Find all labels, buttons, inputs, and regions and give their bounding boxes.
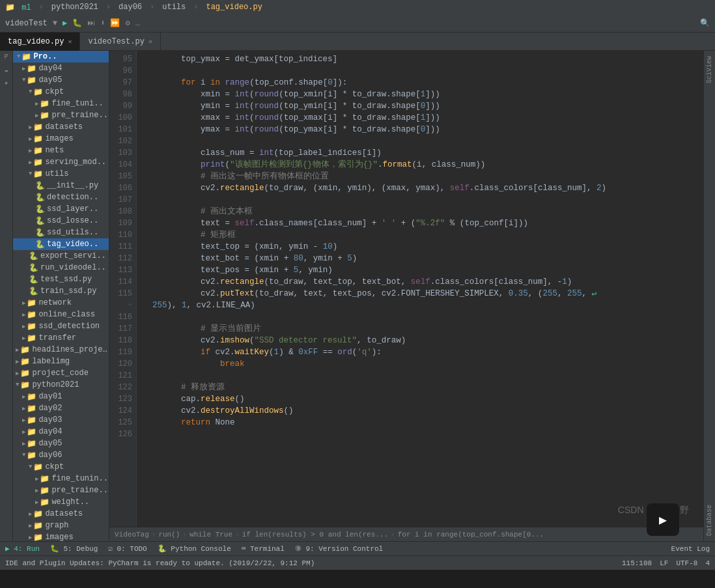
breadcrumb-if[interactable]: if len(results) > 0 and len(res... xyxy=(242,531,388,539)
tree-py2021-day05[interactable]: ▶ 📁 day05 xyxy=(13,438,109,449)
toolbar-event-log[interactable]: Event Log xyxy=(671,545,710,553)
tree-py2021-day06[interactable]: ▼ 📁 day06 xyxy=(13,449,109,461)
play-button[interactable] xyxy=(647,503,679,536)
tree-py2021-pre[interactable]: ▶ 📁 pre_traine.. xyxy=(13,484,109,496)
breadcrumb-for[interactable]: for i in range(top_conf.shape[0... xyxy=(398,531,544,539)
tab-videotest[interactable]: videoTest.py ✕ xyxy=(80,33,160,51)
right-panels: SciView Database xyxy=(703,51,715,541)
code-breadcrumb: VideoTag › run() › while True › if len(r… xyxy=(109,527,703,541)
file-tree: ▼ 📁 Pro.. ▶ 📁 day04 ▼ 📁 day05 ▼ 📁 ckpt xyxy=(13,51,109,541)
toolbar-run[interactable]: ▶ 4: Run xyxy=(5,544,40,553)
tree-online-class[interactable]: ▶ 📁 online_class xyxy=(13,309,109,320)
settings-button[interactable]: ⚙ xyxy=(125,18,130,28)
tree-python2021[interactable]: ▼ 📁 python2021 xyxy=(13,379,109,391)
tab-videotest-label: videoTest.py xyxy=(88,37,144,46)
code-area: 95 96 97 98 99 100 101 102 103 104 105 1… xyxy=(109,51,703,541)
toolbar-terminal[interactable]: ⌨ Terminal xyxy=(242,544,285,553)
panel-sciview[interactable]: SciView xyxy=(704,51,715,89)
run-bar: videoTest ▼ ▶ 🐛 ⏭ ⬇ ⏩ ⚙ … 🔍 xyxy=(0,14,715,33)
menu-item-python2021[interactable]: python2021 xyxy=(51,3,98,12)
tool-bar: ▶ 4: Run 🐛 5: Debug ☑ 0: TODO 🐍 Python C… xyxy=(0,541,715,555)
tree-export-servi[interactable]: 🐍 export_servi.. xyxy=(13,250,109,262)
tree-ssd-layers[interactable]: 🐍 ssd_layer.. xyxy=(13,203,109,215)
tree-test-ssd[interactable]: 🐍 test_ssd.py xyxy=(13,273,109,285)
tree-py2021-ckpt[interactable]: ▼ 📁 ckpt xyxy=(13,461,109,473)
run-dropdown-icon[interactable]: ▼ xyxy=(53,19,57,28)
tree-detection[interactable]: 🐍 detection.. xyxy=(13,191,109,203)
tab-videotest-close[interactable]: ✕ xyxy=(148,38,152,46)
commit-icon[interactable]: ☁ xyxy=(4,66,8,74)
tree-py2021-images[interactable]: ▶ 📁 images xyxy=(13,531,109,541)
breadcrumb-run[interactable]: run() xyxy=(158,531,180,539)
tree-tag-video[interactable]: 🐍 tag_video.. xyxy=(13,238,109,250)
tree-init-py[interactable]: 🐍 __init__.py xyxy=(13,180,109,191)
tree-nets[interactable]: ▶ 📁 nets xyxy=(13,145,109,156)
status-bar: IDE and Plugin Updates: PyCharm is ready… xyxy=(0,555,715,570)
tab-tag-video-close[interactable]: ✕ xyxy=(68,38,72,46)
tree-day05[interactable]: ▼ 📁 day05 xyxy=(13,74,109,86)
resume-button[interactable]: ⏩ xyxy=(110,18,120,28)
tree-py2021-day02[interactable]: ▶ 📁 day02 xyxy=(13,402,109,414)
tree-py2021-graph[interactable]: ▶ 📁 graph xyxy=(13,520,109,531)
tree-utils[interactable]: ▼ 📁 utils xyxy=(13,168,109,180)
code-content[interactable]: top_ymax = det_ymax[top_indices] for i i… xyxy=(137,51,703,527)
tree-ssd-utils[interactable]: 🐍 ssd_utils.. xyxy=(13,227,109,238)
step-into-button[interactable]: ⬇ xyxy=(100,18,105,28)
tree-serving-mod[interactable]: ▶ 📁 serving_mod.. xyxy=(13,156,109,168)
toolbar-python-console[interactable]: 🐍 Python Console xyxy=(158,544,231,553)
status-lf: LF xyxy=(660,559,668,567)
code-scroll[interactable]: 95 96 97 98 99 100 101 102 103 104 105 1… xyxy=(109,51,703,527)
toolbar-version-control[interactable]: ⑨ 9: Version Control xyxy=(295,544,383,553)
tree-py2021-datasets[interactable]: ▶ 📁 datasets xyxy=(13,508,109,520)
run-button[interactable]: ▶ xyxy=(63,18,67,28)
tree-images[interactable]: ▶ 📁 images xyxy=(13,133,109,145)
tree-day04[interactable]: ▶ 📁 day04 xyxy=(13,63,109,74)
menu-bar: 📁 ml › python2021 › day06 › utils › tag_… xyxy=(0,0,715,14)
menu-item-utils[interactable]: utils xyxy=(162,3,186,12)
tree-run-videodel[interactable]: 🐍 run_videodel.. xyxy=(13,262,109,273)
tree-py2021-fine[interactable]: ▶ 📁 fine_tunin.. xyxy=(13,473,109,484)
step-over-button[interactable]: ⏭ xyxy=(87,18,95,28)
tree-network[interactable]: ▶ 📁 network xyxy=(13,297,109,309)
tree-py2021-weight[interactable]: ▶ 📁 weight.. xyxy=(13,496,109,508)
debug-button[interactable]: 🐛 xyxy=(72,18,82,28)
main-layout: P ☁ ★ ▼ 📁 Pro.. ▶ 📁 day04 ▼ 📁 day05 xyxy=(0,51,715,541)
tree-pre-traine[interactable]: ▶ 📁 pre_traine.. xyxy=(13,109,109,121)
tree-headlines-project[interactable]: ▶ 📁 headlines_project xyxy=(13,344,109,356)
tab-bar: tag_video.py ✕ videoTest.py ✕ xyxy=(0,33,715,51)
tree-fine-tuni[interactable]: ▶ 📁 fine_tuni.. xyxy=(13,98,109,109)
menu-sep4: › xyxy=(193,3,198,12)
menu-sep2: › xyxy=(106,3,111,12)
tree-py2021-day04[interactable]: ▶ 📁 day04 xyxy=(13,426,109,438)
tree-ssd-detection[interactable]: ▶ 📁 ssd_detection xyxy=(13,320,109,332)
run-config-label: videoTest xyxy=(5,19,48,28)
toolbar-debug[interactable]: 🐛 5: Debug xyxy=(50,544,98,553)
tree-transfer[interactable]: ▶ 📁 transfer xyxy=(13,332,109,344)
side-icons: P ☁ ★ xyxy=(0,51,13,541)
tree-datasets[interactable]: ▶ 📁 datasets xyxy=(13,121,109,133)
tree-root[interactable]: ▼ 📁 Pro.. xyxy=(13,51,109,63)
toolbar-todo[interactable]: ☑ 0: TODO xyxy=(108,544,147,553)
menu-sep3: › xyxy=(150,3,154,12)
tree-train-ssd[interactable]: 🐍 train_ssd.py xyxy=(13,285,109,297)
status-position: 115:108 xyxy=(622,559,652,567)
menu-item-ml[interactable]: 📁 ml xyxy=(5,3,31,12)
tree-py2021-day01[interactable]: ▶ 📁 day01 xyxy=(13,391,109,402)
search-button[interactable]: 🔍 xyxy=(700,18,710,28)
tab-tag-video-label: tag_video.py xyxy=(8,37,64,46)
status-encoding: UTF-8 xyxy=(676,559,697,567)
panel-database[interactable]: Database xyxy=(704,499,715,541)
more-button[interactable]: … xyxy=(135,19,140,28)
tree-ssd-losses[interactable]: 🐍 ssd_losse.. xyxy=(13,215,109,227)
breadcrumb-while[interactable]: while True xyxy=(189,531,232,539)
menu-item-file[interactable]: tag_video.py xyxy=(206,3,262,12)
bookmark-icon[interactable]: ★ xyxy=(4,79,8,87)
project-icon[interactable]: P xyxy=(4,53,8,61)
breadcrumb-videotag[interactable]: VideoTag xyxy=(115,531,149,539)
tree-py2021-day03[interactable]: ▶ 📁 day03 xyxy=(13,414,109,426)
tab-tag-video[interactable]: tag_video.py ✕ xyxy=(0,33,80,51)
tree-labelimg[interactable]: ▶ 📁 labelimg xyxy=(13,356,109,367)
tree-project-code[interactable]: ▶ 📁 project_code xyxy=(13,367,109,379)
menu-item-day06[interactable]: day06 xyxy=(119,3,142,12)
tree-ckpt[interactable]: ▼ 📁 ckpt xyxy=(13,86,109,98)
